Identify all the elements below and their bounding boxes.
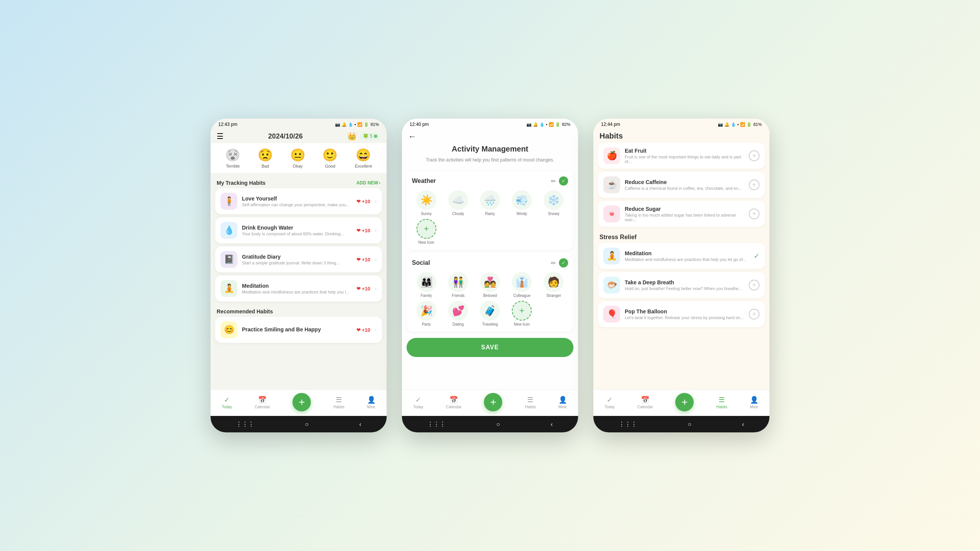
eat-fruit-info: Eat Fruit Fruit is one of the most impor… [625,148,744,164]
habit-chevron-water: › [375,227,377,233]
eat-fruit-add-button[interactable]: + [749,150,760,161]
nav-mine-2[interactable]: 👤 Mine [559,396,567,409]
nav-calendar-1[interactable]: 📅 Calendar [255,396,270,409]
rainy-label: Rainy [485,212,495,216]
mood-excellent[interactable]: 😄 Excellent [355,148,372,168]
weather-icon-sunny[interactable]: ☀️ Sunny [412,190,441,216]
habit-list-pop-balloon[interactable]: 🎈 Pop The Balloon Let's beat it together… [598,301,765,327]
pop-balloon-icon: 🎈 [603,306,620,323]
habit-list-eat-fruit[interactable]: 🍎 Eat Fruit Fruit is one of the most imp… [598,143,765,169]
reduce-caffeine-add-button[interactable]: + [749,179,760,190]
habit-score-gratitude: ❤ +10 [356,257,370,262]
stress-relief-title: Stress Relief [593,230,769,243]
nav-calendar-3[interactable]: 📅 Calendar [637,396,653,409]
status-icons-3: 📷 🔔 💧 • 📶 🔋 81% [718,122,762,127]
nav-calendar-2[interactable]: 📅 Calendar [446,396,462,409]
weather-icon-windy[interactable]: 💨 Windy [508,190,536,216]
nav-mine-1[interactable]: 👤 Mine [367,396,376,409]
habit-icon-love: 🧍 [220,193,237,210]
weather-icon-new[interactable]: + New Icon [412,219,441,245]
social-edit-icon[interactable]: ✏ [551,259,556,267]
android-menu-3[interactable]: ⋮⋮⋮ [619,421,637,428]
mood-bad[interactable]: 😟 Bad [258,148,273,168]
habit-card-meditation[interactable]: 🧘 Meditation Meditation and mindfulness … [215,276,382,302]
habit-card-gratitude[interactable]: 📓 Gratitude Diary Start a simple gratitu… [215,246,382,272]
weather-section-header: Weather ✏ ✓ [412,176,568,186]
habit-list-meditation[interactable]: 🧘 Meditation Meditation and mindfulness … [598,243,765,269]
menu-icon[interactable]: ☰ [217,132,224,141]
social-icon-new[interactable]: + New Icon [508,301,536,326]
mood-selector[interactable]: 😵 Terrible 😟 Bad 😐 Okay 🙂 Good 😄 Excelle… [211,143,387,173]
mood-terrible[interactable]: 😵 Terrible [225,148,240,168]
weather-icons-grid: ☀️ Sunny ☁️ Cloudy 🌧️ Rainy 💨 Windy ❄️ [412,190,568,245]
weather-icon-rainy[interactable]: 🌧️ Rainy [475,190,504,216]
mood-good[interactable]: 🙂 Good [322,148,338,168]
add-new-button[interactable]: ADD NEW › [356,180,381,186]
meditation-icon-3: 🧘 [603,248,620,264]
back-button-2[interactable]: ← [408,132,416,142]
social-check-icon[interactable]: ✓ [559,258,568,267]
weather-edit-icon[interactable]: ✏ [551,178,556,185]
android-back-1[interactable]: ‹ [359,421,361,428]
habit-card-love-yourself[interactable]: 🧍 Love Yourself Self-affirmation can cha… [215,188,382,214]
traveling-circle: 🧳 [480,301,500,321]
social-icon-friends[interactable]: 👫 Friends [444,272,472,298]
habit-desc-gratitude: Start a simple gratitude journal: Write … [242,261,352,265]
android-nav-2: ⋮⋮⋮ ○ ‹ [402,416,578,432]
social-icon-stranger[interactable]: 🧑 Stranger [539,272,568,298]
social-icon-beloved[interactable]: 💑 Beloved [475,272,504,298]
social-icon-party[interactable]: 🎉 Party [412,301,441,326]
android-back-3[interactable]: ‹ [742,421,744,428]
nav-add-fab-3[interactable]: + [675,393,694,411]
pop-balloon-add-button[interactable]: + [749,309,760,320]
social-icon-traveling[interactable]: 🧳 Traveling [475,301,504,326]
social-title: Social [412,259,430,266]
android-home-1[interactable]: ○ [305,421,309,428]
habit-card-water[interactable]: 💧 Drink Enough Water Your body is compos… [215,217,382,243]
mood-label-bad: Bad [261,164,269,168]
deep-breath-add-button[interactable]: + [749,280,760,290]
habits-icon-1: ☰ [336,396,342,404]
weather-check-icon[interactable]: ✓ [559,176,568,186]
stranger-label: Stranger [546,293,561,298]
habit-icon-meditation: 🧘 [220,280,237,297]
android-back-2[interactable]: ‹ [550,421,552,428]
recommend-card-smiling[interactable]: 😊 Practice Smiling and Be Happy ❤ +10 › [215,317,382,343]
meditation-check-button[interactable]: ✓ [754,252,760,260]
nav-habits-2[interactable]: ☰ Habits [525,396,536,409]
social-icon-family[interactable]: 👨‍👩‍👧 Family [412,272,441,298]
weather-icon-cloudy[interactable]: ☁️ Cloudy [444,190,472,216]
habit-list-reduce-caffeine[interactable]: ☕ Reduce Caffeine Caffeine is a chemical… [598,172,765,198]
nav-mine-label-1: Mine [367,405,376,409]
android-home-3[interactable]: ○ [688,421,691,428]
add-clover-icon[interactable]: ⊕ [374,134,377,139]
save-button[interactable]: SAVE [407,338,573,357]
clover-badge[interactable]: 🍀 5 ⊕ [360,132,381,140]
mood-emoji-good: 🙂 [322,148,338,162]
reduce-sugar-add-button[interactable]: + [749,209,760,219]
social-icon-dating[interactable]: 💕 Dating [444,301,472,326]
habit-list-reduce-sugar[interactable]: 🍬 Reduce Sugar Taking in too much added … [598,201,765,227]
habit-list-deep-breath[interactable]: 🐡 Take a Deep Breath Hold on, just breat… [598,272,765,298]
social-icon-colleague[interactable]: 👔 Colleague [508,272,536,298]
habit-score-smiling: ❤ +10 [356,327,370,333]
nav-today-1[interactable]: ✓ Today [222,396,232,409]
nav-add-fab-2[interactable]: + [484,393,502,411]
android-menu-1[interactable]: ⋮⋮⋮ [236,421,254,428]
reduce-sugar-icon: 🍬 [603,205,620,222]
nav-today-3[interactable]: ✓ Today [604,396,615,409]
meditation-info-3: Meditation Meditation and mindfulness ar… [625,250,749,262]
weather-icon-snowy[interactable]: ❄️ Snowy [539,190,568,216]
mine-icon-2: 👤 [559,396,567,404]
nav-today-2[interactable]: ✓ Today [413,396,423,409]
android-menu-2[interactable]: ⋮⋮⋮ [427,421,446,428]
activity-subtitle: Track the activities will help you find … [402,156,578,168]
mood-okay[interactable]: 😐 Okay [290,148,305,168]
android-home-2[interactable]: ○ [496,421,500,428]
nav-habits-3[interactable]: ☰ Habits [716,396,727,409]
nav-habits-1[interactable]: ☰ Habits [333,396,344,409]
nav-mine-3[interactable]: 👤 Mine [750,396,758,409]
nav-calendar-label-3: Calendar [637,405,653,409]
nav-add-fab-1[interactable]: + [292,393,311,411]
habits-icon-2: ☰ [527,396,533,404]
